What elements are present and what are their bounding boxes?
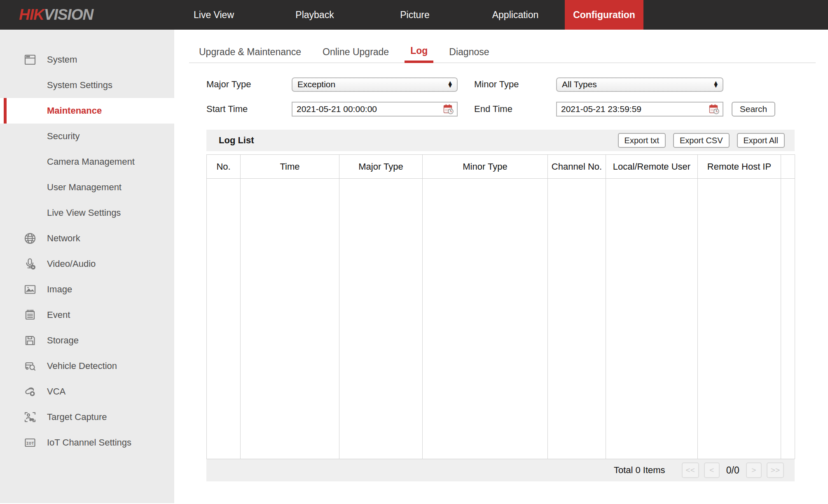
last-page-button[interactable]: >> <box>767 462 784 478</box>
next-page-button[interactable]: > <box>746 462 762 478</box>
column-header-no: No. <box>207 155 241 179</box>
sidebar-item-label: Image <box>47 284 72 295</box>
nav-playback[interactable]: Playback <box>295 0 334 30</box>
tab-diagnose[interactable]: Diagnose <box>443 41 495 63</box>
sidebar-item-camera-management[interactable]: Camera Management <box>0 149 174 175</box>
main-content: Upgrade & Maintenance Online Upgrade Log… <box>174 30 828 504</box>
sidebar-item-label: User Management <box>47 182 122 193</box>
target-capture-icon <box>23 410 37 424</box>
filter-row-times: Start Time End Time Search <box>206 102 816 117</box>
column-header-channel-no: Channel No. <box>548 155 606 179</box>
empty-cell <box>781 179 795 459</box>
log-list-title: Log List <box>219 135 254 146</box>
sidebar-item-label: Video/Audio <box>47 259 96 269</box>
log-list-footer: Total 0 Items << < 0/0 > >> <box>206 459 795 481</box>
column-header-time: Time <box>241 155 339 179</box>
sidebar-item-security[interactable]: Security <box>0 124 174 149</box>
sidebar-item-vehicle-detection[interactable]: Vehicle Detection <box>0 353 174 379</box>
major-type-select[interactable]: Exception ▲▼ <box>292 77 458 92</box>
vehicle-detection-icon <box>23 359 37 373</box>
sidebar-item-system-settings[interactable]: System Settings <box>0 72 174 98</box>
logo-hik: HIK <box>19 6 44 23</box>
sidebar-item-vca[interactable]: VCA <box>0 379 174 404</box>
nav-configuration[interactable]: Configuration <box>565 0 643 30</box>
sidebar-item-target-capture[interactable]: Target Capture <box>0 404 174 430</box>
logo-vision: VISION <box>44 6 93 23</box>
page-ratio-text: 0/0 <box>726 465 739 476</box>
export-txt-button[interactable]: Export txt <box>618 133 666 148</box>
no-icon <box>23 206 37 220</box>
tab-log[interactable]: Log <box>405 41 433 63</box>
column-header-major-type: Major Type <box>339 155 423 179</box>
hikvision-logo: HIKVISION <box>19 0 93 30</box>
sidebar-item-label: Maintenance <box>47 105 102 116</box>
network-globe-icon <box>23 231 37 245</box>
svg-text:IOT: IOT <box>26 441 34 446</box>
empty-cell <box>698 179 781 459</box>
log-list-panel: Log List Export txt Export CSV Export Al… <box>206 130 795 481</box>
sidebar-item-label: Event <box>47 310 70 320</box>
nav-application[interactable]: Application <box>492 0 539 30</box>
sidebar-item-image[interactable]: Image <box>0 277 174 302</box>
start-time-label: Start Time <box>206 104 292 114</box>
top-navigation-bar: HIKVISION Live View Playback Picture App… <box>0 0 828 30</box>
no-icon <box>23 180 37 194</box>
end-time-field <box>556 102 723 117</box>
sidebar-item-user-management[interactable]: User Management <box>0 175 174 200</box>
nav-live-view[interactable]: Live View <box>194 0 234 30</box>
start-time-input[interactable] <box>297 104 443 114</box>
sidebar-item-live-view-settings[interactable]: Live View Settings <box>0 200 174 226</box>
empty-cell <box>207 179 241 459</box>
end-time-calendar-icon[interactable] <box>709 103 720 115</box>
log-filter-form: Major Type Exception ▲▼ Minor Type All T… <box>206 77 816 117</box>
end-time-input[interactable] <box>561 104 709 114</box>
sidebar-item-system[interactable]: System <box>0 47 174 72</box>
major-type-label: Major Type <box>206 79 292 90</box>
empty-cell <box>339 179 423 459</box>
sidebar-item-label: System Settings <box>47 80 112 91</box>
select-arrows-icon: ▲▼ <box>449 81 452 88</box>
empty-cell <box>606 179 698 459</box>
minor-type-value: All Types <box>562 79 714 89</box>
iot-icon: IOT <box>23 436 37 450</box>
column-header-remote-host-ip: Remote Host IP <box>698 155 781 179</box>
empty-cell <box>423 179 548 459</box>
sidebar-item-event[interactable]: Event <box>0 302 174 328</box>
sidebar-item-network[interactable]: Network <box>0 226 174 251</box>
search-button[interactable]: Search <box>732 102 775 117</box>
tab-bar: Upgrade & Maintenance Online Upgrade Log… <box>189 41 816 63</box>
filter-row-types: Major Type Exception ▲▼ Minor Type All T… <box>206 77 816 92</box>
sidebar-item-storage[interactable]: Storage <box>0 328 174 353</box>
no-icon <box>23 155 37 169</box>
tab-online-upgrade[interactable]: Online Upgrade <box>317 41 395 63</box>
start-time-calendar-icon[interactable] <box>443 103 454 115</box>
first-page-button[interactable]: << <box>682 462 699 478</box>
sidebar-item-iot-channel-settings[interactable]: IOT IoT Channel Settings <box>0 430 174 455</box>
column-header-minor-type: Minor Type <box>423 155 548 179</box>
previous-page-button[interactable]: < <box>704 462 720 478</box>
export-csv-button[interactable]: Export CSV <box>673 133 729 148</box>
sidebar: System System Settings Maintenance Secur… <box>0 30 174 503</box>
start-time-field <box>292 102 458 117</box>
sidebar-item-maintenance[interactable]: Maintenance <box>0 98 174 124</box>
sidebar-item-label: Camera Management <box>47 156 135 167</box>
minor-type-label: Minor Type <box>474 79 556 90</box>
sidebar-item-label: Security <box>47 131 80 142</box>
log-table-empty-body-row <box>207 179 795 459</box>
nav-picture[interactable]: Picture <box>400 0 430 30</box>
sidebar-item-video-audio[interactable]: Video/Audio <box>0 251 174 277</box>
end-time-label: End Time <box>474 104 556 114</box>
export-all-button[interactable]: Export All <box>737 133 785 148</box>
total-items-text: Total 0 Items <box>614 465 665 476</box>
log-table-header-row: No. Time Major Type Minor Type Channel N… <box>207 155 795 179</box>
storage-floppy-icon <box>23 334 37 348</box>
column-header-local-remote-user: Local/Remote User <box>606 155 698 179</box>
log-table: No. Time Major Type Minor Type Channel N… <box>206 154 795 459</box>
system-icon <box>23 53 37 67</box>
no-icon <box>23 78 37 92</box>
sidebar-item-label: Network <box>47 233 80 244</box>
minor-type-select[interactable]: All Types ▲▼ <box>556 77 723 92</box>
log-list-header: Log List Export txt Export CSV Export Al… <box>206 130 795 151</box>
tab-upgrade-maintenance[interactable]: Upgrade & Maintenance <box>193 41 307 63</box>
select-arrows-icon: ▲▼ <box>714 81 718 88</box>
